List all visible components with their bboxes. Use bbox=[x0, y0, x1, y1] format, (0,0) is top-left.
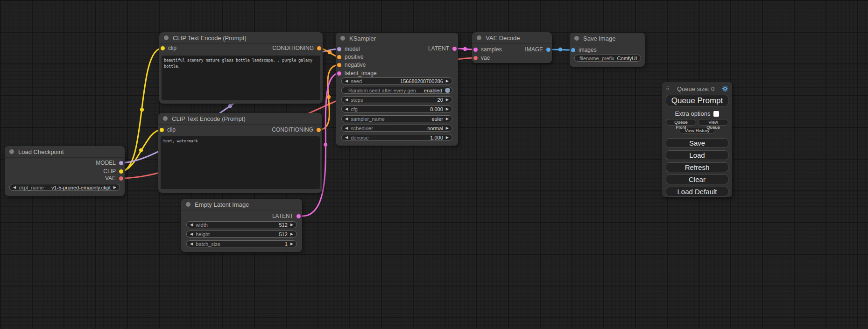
node-title-bar[interactable]: KSampler bbox=[336, 33, 458, 44]
model-output-dot[interactable] bbox=[119, 161, 123, 165]
next-value-arrow-icon[interactable]: ▶ bbox=[446, 117, 449, 121]
input-slot-negative[interactable]: negative bbox=[337, 62, 366, 68]
prev-value-arrow-icon[interactable]: ◀ bbox=[190, 242, 193, 246]
node-load-checkpoint[interactable]: Load Checkpoint MODEL CLIP VAE ◀ ckpt_na… bbox=[5, 146, 125, 196]
widget-value[interactable]: ComfyUI bbox=[617, 56, 637, 61]
negative-input-dot[interactable] bbox=[337, 63, 341, 67]
next-value-arrow-icon[interactable]: ▶ bbox=[290, 232, 293, 236]
output-slot-conditioning[interactable]: CONDITIONING bbox=[272, 45, 321, 51]
output-slot-clip[interactable]: CLIP bbox=[103, 168, 123, 175]
prev-value-arrow-icon[interactable]: ◀ bbox=[190, 223, 193, 227]
node-title-bar[interactable]: VAE Decode bbox=[472, 32, 552, 44]
widget-value[interactable]: euler bbox=[431, 116, 443, 122]
output-slot-vae[interactable]: VAE bbox=[105, 175, 123, 182]
input-slot-latent-image[interactable]: latent_image bbox=[337, 70, 377, 77]
width-widget[interactable]: ◀ width 512 ▶ bbox=[186, 221, 297, 228]
node-title-bar[interactable]: Load Checkpoint bbox=[5, 146, 125, 158]
output-slot-image[interactable]: IMAGE bbox=[525, 46, 550, 53]
model-input-dot[interactable] bbox=[337, 47, 341, 51]
conditioning-output-dot[interactable] bbox=[317, 46, 321, 50]
node-title-bar[interactable]: Empty Latent Image bbox=[181, 199, 302, 210]
save-button[interactable]: Save bbox=[666, 138, 728, 148]
node-title-bar[interactable]: CLIP Text Encode (Prompt) bbox=[159, 32, 323, 44]
widget-value[interactable]: normal bbox=[427, 126, 443, 131]
sampler-name-widget[interactable]: ◀ sampler_name euler ▶ bbox=[341, 115, 452, 122]
load-default-button[interactable]: Load Default bbox=[666, 187, 728, 196]
next-value-arrow-icon[interactable]: ▶ bbox=[446, 79, 449, 83]
graph-canvas[interactable]: Load Checkpoint MODEL CLIP VAE ◀ ckpt_na… bbox=[0, 0, 868, 329]
node-collapse-dot[interactable] bbox=[163, 116, 168, 121]
widget-value[interactable]: 1.000 bbox=[430, 135, 443, 140]
widget-value[interactable]: 512 bbox=[279, 231, 287, 237]
denoise-widget[interactable]: ◀ denoise 1.000 ▶ bbox=[341, 134, 452, 141]
positive-input-dot[interactable] bbox=[337, 55, 341, 59]
prev-value-arrow-icon[interactable]: ◀ bbox=[190, 232, 193, 236]
seed-widget[interactable]: ◀ seed 156680208700286 ▶ bbox=[341, 77, 452, 84]
output-slot-conditioning[interactable]: CONDITIONING bbox=[272, 126, 321, 133]
widget-value[interactable]: 512 bbox=[279, 222, 287, 228]
node-ksampler[interactable]: KSampler LATENT model positive negative … bbox=[336, 33, 458, 146]
batch-size-widget[interactable]: ◀ batch_size 1 ▶ bbox=[186, 240, 297, 247]
next-value-arrow-icon[interactable]: ▶ bbox=[290, 242, 293, 246]
widget-value[interactable]: 1 bbox=[285, 241, 288, 247]
clip-input-dot[interactable] bbox=[160, 128, 164, 132]
widget-value[interactable]: 20 bbox=[438, 97, 443, 103]
vae-output-dot[interactable] bbox=[119, 176, 123, 181]
next-value-arrow-icon[interactable]: ▶ bbox=[446, 107, 449, 111]
view-queue-button[interactable]: View Queue bbox=[698, 119, 728, 126]
node-clip-text-encode-negative[interactable]: CLIP Text Encode (Prompt) clip CONDITION… bbox=[158, 113, 322, 193]
node-title-bar[interactable]: CLIP Text Encode (Prompt) bbox=[158, 113, 322, 125]
node-title-bar[interactable]: Save Image bbox=[570, 33, 645, 44]
vae-input-dot[interactable] bbox=[473, 56, 478, 60]
input-slot-samples[interactable]: samples bbox=[473, 46, 502, 53]
prev-value-arrow-icon[interactable]: ◀ bbox=[345, 98, 348, 102]
ckpt-name-widget[interactable]: ◀ ckpt_name v1-5-pruned-emaonly.ckpt ▶ bbox=[9, 184, 120, 191]
prev-value-arrow-icon[interactable]: ◀ bbox=[345, 136, 348, 140]
input-slot-model[interactable]: model bbox=[337, 46, 360, 52]
next-value-arrow-icon[interactable]: ▶ bbox=[113, 186, 116, 189]
settings-gear-icon[interactable] bbox=[722, 85, 728, 92]
input-slot-vae[interactable]: vae bbox=[473, 55, 490, 61]
steps-widget[interactable]: ◀ steps 20 ▶ bbox=[341, 96, 452, 103]
node-collapse-dot[interactable] bbox=[186, 202, 191, 207]
node-collapse-dot[interactable] bbox=[477, 35, 481, 40]
output-slot-model[interactable]: MODEL bbox=[96, 160, 123, 166]
node-collapse-dot[interactable] bbox=[164, 35, 169, 40]
node-collapse-dot[interactable] bbox=[574, 36, 579, 41]
toggle-indicator[interactable] bbox=[445, 88, 450, 93]
clip-input-dot[interactable] bbox=[161, 46, 165, 50]
next-value-arrow-icon[interactable]: ▶ bbox=[446, 136, 449, 140]
clip-output-dot[interactable] bbox=[119, 169, 123, 174]
negative-prompt-textarea[interactable]: text, watermark bbox=[161, 136, 320, 189]
widget-value[interactable]: v1-5-pruned-emaonly.ckpt bbox=[51, 185, 111, 190]
load-button[interactable]: Load bbox=[666, 150, 728, 160]
prev-value-arrow-icon[interactable]: ◀ bbox=[13, 186, 16, 189]
scheduler-widget[interactable]: ◀ scheduler normal ▶ bbox=[341, 125, 452, 132]
node-empty-latent-image[interactable]: Empty Latent Image LATENT ◀ width 512 ▶ … bbox=[181, 199, 302, 252]
latent-output-dot[interactable] bbox=[452, 47, 457, 51]
prev-value-arrow-icon[interactable]: ◀ bbox=[345, 117, 348, 121]
input-slot-clip[interactable]: clip bbox=[161, 45, 176, 51]
next-value-arrow-icon[interactable]: ▶ bbox=[446, 126, 449, 130]
images-input-dot[interactable] bbox=[571, 48, 575, 52]
prev-value-arrow-icon[interactable]: ◀ bbox=[345, 126, 348, 130]
output-slot-latent[interactable]: LATENT bbox=[428, 45, 457, 52]
random-seed-toggle-widget[interactable]: Random seed after every gen enabled bbox=[341, 87, 452, 94]
clear-button[interactable]: Clear bbox=[666, 175, 728, 184]
node-collapse-dot[interactable] bbox=[9, 149, 14, 154]
refresh-button[interactable]: Refresh bbox=[666, 162, 728, 172]
latent-image-input-dot[interactable] bbox=[337, 71, 341, 76]
input-slot-clip[interactable]: clip bbox=[160, 126, 176, 133]
conditioning-output-dot[interactable] bbox=[317, 128, 321, 132]
filename-prefix-widget[interactable]: filename_prefix ComfyUI bbox=[574, 55, 641, 62]
input-slot-positive[interactable]: positive bbox=[337, 54, 364, 60]
node-save-image[interactable]: Save Image images filename_prefix ComfyU… bbox=[570, 33, 645, 67]
image-output-dot[interactable] bbox=[546, 48, 550, 52]
node-vae-decode[interactable]: VAE Decode samples vae IMAGE bbox=[472, 32, 552, 63]
widget-value[interactable]: 156680208700286 bbox=[400, 78, 443, 84]
queue-prompt-button[interactable]: Queue Prompt bbox=[666, 95, 728, 106]
prev-value-arrow-icon[interactable]: ◀ bbox=[345, 107, 348, 111]
samples-input-dot[interactable] bbox=[473, 48, 478, 52]
node-collapse-dot[interactable] bbox=[340, 36, 345, 41]
prev-value-arrow-icon[interactable]: ◀ bbox=[345, 79, 348, 83]
